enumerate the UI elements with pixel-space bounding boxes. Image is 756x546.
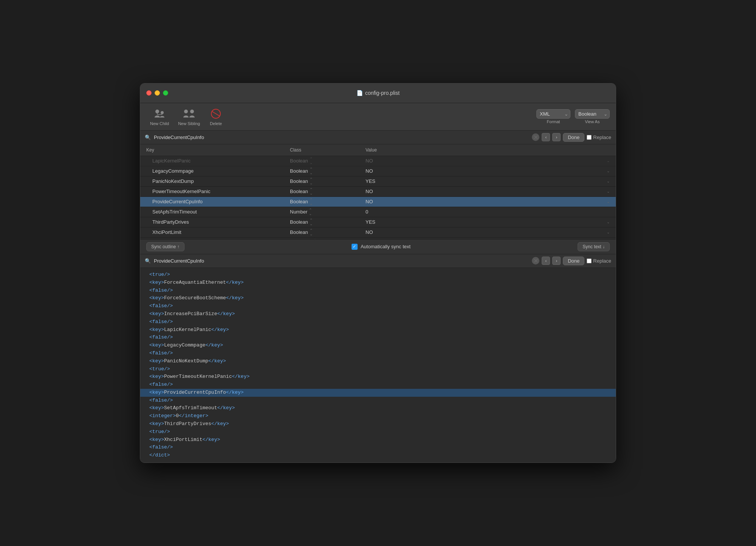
value-dropdown[interactable]: ⌄ xyxy=(607,169,610,173)
table-row[interactable]: PanicNoKextDump Boolean ⌃⌄ YES ⌄ xyxy=(140,176,616,187)
cell-class: Boolean ⌃⌄ xyxy=(284,217,359,227)
cell-key: LegacyCommpage xyxy=(140,167,284,175)
class-stepper[interactable]: ⌃⌄ xyxy=(310,178,313,185)
new-sibling-button[interactable]: New Sibling xyxy=(174,106,204,127)
search-actions-top: ✕ ‹ › Done Replace xyxy=(532,133,611,142)
cell-key: LapicKernelPanic xyxy=(140,157,284,165)
new-sibling-label: New Sibling xyxy=(178,121,200,126)
delete-button[interactable]: Delete xyxy=(205,106,226,127)
maximize-button[interactable] xyxy=(163,90,168,96)
minimize-button[interactable] xyxy=(155,90,160,96)
table-header: Key Class Value xyxy=(140,144,616,156)
value-dropdown[interactable]: ⌄ xyxy=(607,200,610,204)
new-sibling-icon xyxy=(182,108,196,120)
table-row-selected[interactable]: ProvideCurrentCpuInfo Boolean ⌃⌄ NO ⌄ xyxy=(140,197,616,207)
sync-text-button[interactable]: Sync text ↓ xyxy=(578,242,610,251)
table-row[interactable]: LegacyCommpage Boolean ⌃⌄ NO ⌄ xyxy=(140,166,616,176)
xml-line: <true/> xyxy=(140,365,616,373)
search-clear-bottom[interactable]: ✕ xyxy=(532,257,539,264)
xml-line: <false/> xyxy=(140,397,616,405)
xml-line: <true/> xyxy=(140,428,616,436)
search-actions-bottom: ✕ ‹ › Done Replace xyxy=(532,257,611,265)
col-header-key: Key xyxy=(140,146,284,154)
col-header-value: Value xyxy=(359,146,616,154)
xml-editor[interactable]: <true/> <key>ForceAquantiaEthernet</key>… xyxy=(140,268,616,462)
value-dropdown[interactable]: ⌄ xyxy=(607,179,610,183)
value-dropdown[interactable]: ⌄ xyxy=(607,230,610,234)
xml-line: <false/> xyxy=(140,302,616,310)
xml-line-highlighted: <key>ProvideCurrentCpuInfo</key> xyxy=(140,389,616,397)
cell-value: NO ⌄ xyxy=(359,157,616,165)
cell-key: Scheme xyxy=(140,238,284,239)
cell-value: NO ⌄ xyxy=(359,167,616,175)
table-row[interactable]: ThirdPartyDrives Boolean ⌃⌄ YES ⌄ xyxy=(140,217,616,227)
search-done-top[interactable]: Done xyxy=(563,133,584,142)
auto-sync-checkbox[interactable]: ✓ xyxy=(352,244,358,250)
table-row[interactable]: PowerTimeoutKernelPanic Boolean ⌃⌄ NO ⌄ xyxy=(140,187,616,197)
search-clear-top[interactable]: ✕ xyxy=(532,133,539,141)
replace-check-input-bottom[interactable] xyxy=(587,258,592,263)
search-input-bottom[interactable] xyxy=(154,258,529,264)
file-icon: 📄 xyxy=(356,90,363,96)
table-row[interactable]: Scheme Dictionary ⌃⌄ 4 key/value pairs xyxy=(140,238,616,239)
replace-checkbox-top[interactable]: Replace xyxy=(587,135,611,140)
toolbar-right: XML Binary JSON Format Boolean String Nu… xyxy=(536,109,610,124)
cell-value: YES ⌄ xyxy=(359,218,616,226)
delete-icon xyxy=(209,108,223,120)
sync-outline-button[interactable]: Sync outline ↑ xyxy=(146,242,184,251)
replace-checkbox-bottom[interactable]: Replace xyxy=(587,258,611,264)
replace-check-input-top[interactable] xyxy=(587,135,592,140)
new-child-icon xyxy=(153,108,166,120)
cell-class: Number ⌃⌄ xyxy=(284,207,359,217)
window-title: 📄 config-pro.plist xyxy=(356,90,400,96)
search-next-bottom[interactable]: › xyxy=(552,257,561,265)
traffic-lights xyxy=(146,90,168,96)
search-prev-bottom[interactable]: ‹ xyxy=(542,257,550,265)
value-dropdown[interactable]: ⌄ xyxy=(607,189,610,193)
close-button[interactable] xyxy=(146,90,152,96)
table-row[interactable]: SetApfsTrimTimeout Number ⌃⌄ 0 xyxy=(140,207,616,217)
cell-key: ProvideCurrentCpuInfo xyxy=(140,198,284,206)
search-done-bottom[interactable]: Done xyxy=(563,257,584,265)
format-label: Format xyxy=(547,119,560,124)
cell-value: NO ⌄ xyxy=(359,187,616,195)
class-stepper[interactable]: ⌃⌄ xyxy=(310,229,313,236)
class-stepper[interactable]: ⌃⌄ xyxy=(309,208,312,216)
new-child-button[interactable]: New Child xyxy=(146,106,173,127)
search-next-top[interactable]: › xyxy=(552,133,561,141)
xml-line: <key>PanicNoKextDump</key> xyxy=(140,357,616,365)
class-stepper[interactable]: ⌃⌄ xyxy=(310,198,313,206)
cell-key: PowerTimeoutKernelPanic xyxy=(140,187,284,195)
view-as-select-wrapper[interactable]: Boolean String Number Array Dictionary xyxy=(575,109,610,119)
search-input-top[interactable] xyxy=(154,135,529,140)
class-stepper[interactable]: ⌃⌄ xyxy=(313,239,316,239)
search-icon-bottom: 🔍 xyxy=(145,258,151,264)
view-as-label: View As xyxy=(585,119,600,124)
xml-line: <integer>0</integer> xyxy=(140,412,616,420)
class-stepper[interactable]: ⌃⌄ xyxy=(310,188,313,195)
value-dropdown[interactable]: ⌄ xyxy=(607,159,610,163)
table-row[interactable]: LapicKernelPanic Boolean ⌃⌄ NO ⌄ xyxy=(140,156,616,166)
auto-sync-group: ✓ Automatically sync text xyxy=(352,244,411,250)
class-stepper[interactable]: ⌃⌄ xyxy=(310,157,313,165)
xml-line: <false/> xyxy=(140,334,616,342)
format-select-wrapper[interactable]: XML Binary JSON xyxy=(536,109,570,119)
cell-value: 0 xyxy=(359,208,616,216)
format-select[interactable]: XML Binary JSON xyxy=(536,109,570,119)
xml-line: <key>SetApfsTrimTimeout</key> xyxy=(140,404,616,412)
value-dropdown[interactable]: ⌄ xyxy=(607,220,610,224)
xml-line: <false/> xyxy=(140,287,616,295)
divider-bar: Sync outline ↑ ✓ Automatically sync text… xyxy=(140,239,616,254)
search-prev-top[interactable]: ‹ xyxy=(542,133,550,141)
table-body: LapicKernelPanic Boolean ⌃⌄ NO ⌄ LegacyC… xyxy=(140,156,616,239)
class-stepper[interactable]: ⌃⌄ xyxy=(310,218,313,226)
cell-class: Boolean ⌃⌄ xyxy=(284,166,359,176)
xml-line: <key>PowerTimeoutKernelPanic</key> xyxy=(140,373,616,381)
view-as-select[interactable]: Boolean String Number Array Dictionary xyxy=(575,109,610,119)
class-stepper[interactable]: ⌃⌄ xyxy=(310,167,313,175)
format-group: XML Binary JSON Format xyxy=(536,109,570,124)
xml-line: <key>ThirdPartyDrives</key> xyxy=(140,420,616,428)
table-row[interactable]: XhciPortLimit Boolean ⌃⌄ NO ⌄ xyxy=(140,227,616,238)
xml-line: <key>LegacyCommpage</key> xyxy=(140,342,616,350)
cell-class: Dictionary ⌃⌄ xyxy=(284,238,359,239)
